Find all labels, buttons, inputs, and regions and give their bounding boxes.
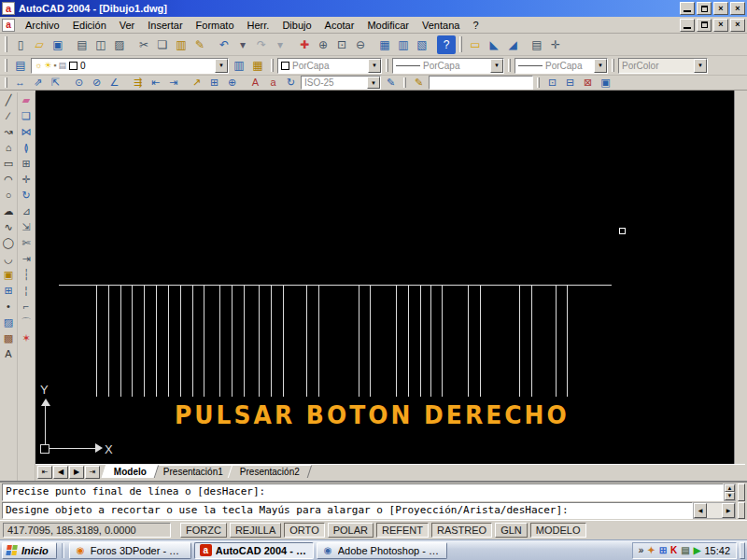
menu-modificar[interactable]: Modificar	[360, 18, 416, 33]
new-icon[interactable]: ▯	[11, 35, 30, 54]
mass-properties-icon[interactable]: ◢	[503, 35, 522, 54]
toolbar-grip[interactable]	[537, 77, 540, 87]
toolbar-grip[interactable]	[403, 77, 406, 87]
locate-point-icon[interactable]: ✛	[546, 35, 565, 54]
layer-lock-icon[interactable]: ▪	[53, 61, 56, 70]
fillet-icon[interactable]: ⌒	[18, 315, 35, 330]
command-window-grip[interactable]	[738, 483, 745, 501]
layer-plot-icon[interactable]: ▤	[59, 61, 67, 70]
polyline-icon[interactable]: ↝	[0, 124, 17, 140]
redo-icon[interactable]: ↷	[252, 35, 271, 54]
tab-nav-button-2[interactable]: ▶	[69, 466, 84, 479]
tray-printer-icon[interactable]: ▤	[681, 546, 689, 555]
polygon-icon[interactable]: ⌂	[0, 140, 17, 156]
command-window-grip[interactable]	[738, 502, 745, 520]
zoom-window-icon[interactable]: ⊡	[332, 35, 351, 54]
toggle-rastreo[interactable]: RASTREO	[431, 523, 492, 538]
scroll-up-icon[interactable]: ▲	[725, 484, 735, 492]
toolbar-grip[interactable]	[612, 59, 614, 72]
dropdown-arrow-icon[interactable]: ▼	[215, 59, 228, 73]
break-point-icon[interactable]: ┆	[18, 267, 35, 283]
zoom-realtime-icon[interactable]: ⊕	[314, 35, 332, 54]
color-combo[interactable]: PorCapa ▼	[277, 58, 382, 74]
command-history[interactable]: Precise punto final de línea o [desHacer…	[2, 483, 724, 501]
tab-presentación1[interactable]: Presentación1	[151, 465, 235, 478]
undo-dropdown-icon[interactable]: ▾	[233, 35, 252, 54]
layer-manager-icon[interactable]: ▤	[11, 56, 30, 75]
dim-diameter-icon[interactable]: ⊘	[88, 76, 106, 90]
doc-restore-button[interactable]	[697, 19, 712, 32]
minimize-button[interactable]	[680, 2, 695, 15]
pan-realtime-icon[interactable]: ✚	[295, 35, 314, 54]
document-icon[interactable]: a	[2, 19, 15, 32]
dim-continue-icon[interactable]: ⇥	[164, 76, 182, 90]
paste-icon[interactable]: ▥	[172, 35, 190, 54]
autocad-app-icon[interactable]: a	[2, 2, 15, 15]
clock[interactable]: 15:42	[704, 545, 730, 556]
construction-line-icon[interactable]: ∕	[0, 108, 17, 124]
task-button[interactable]: ◉Adobe Photoshop - [Sin t...	[317, 542, 447, 559]
view-control-icon-3[interactable]: ⊠	[579, 76, 597, 90]
view-control-icon-4[interactable]: ▣	[597, 76, 614, 90]
insert-block-icon[interactable]: ▣	[0, 267, 17, 283]
toggle-modelo[interactable]: MODELO	[530, 523, 586, 538]
region-icon[interactable]: ▩	[0, 330, 17, 346]
dim-style-icon[interactable]: ✎	[382, 76, 400, 90]
toggle-polar[interactable]: POLAR	[328, 523, 374, 538]
menu-formato[interactable]: Formato	[190, 18, 241, 33]
designcenter-icon[interactable]: ▥	[394, 35, 413, 54]
spline-icon[interactable]: ∿	[0, 219, 17, 235]
dim-leader-icon[interactable]: ↗	[188, 76, 205, 90]
properties-icon[interactable]: ▦	[375, 35, 394, 54]
text-icon[interactable]: A	[0, 346, 17, 362]
command-input[interactable]: Designe objeto a recortar o use la tecla…	[2, 502, 693, 520]
area-icon[interactable]: ◣	[485, 35, 503, 54]
tab-presentación2[interactable]: Presentación2	[228, 465, 312, 478]
scroll-down-icon[interactable]: ▼	[725, 492, 735, 499]
toolbar-textbox[interactable]	[429, 76, 533, 90]
mirror-icon[interactable]: ⋈	[18, 124, 35, 140]
toolbar-grip[interactable]	[508, 59, 511, 72]
point-icon[interactable]: •	[0, 299, 17, 315]
menu-acotar[interactable]: Acotar	[318, 18, 361, 33]
scroll-right-icon[interactable]: ▶	[722, 503, 735, 519]
coordinates-display[interactable]: 417.7095, 185.3189, 0.0000	[3, 523, 171, 538]
dim-tolerance-icon[interactable]: ⊞	[205, 76, 223, 90]
hatch-icon[interactable]: ▨	[0, 315, 17, 330]
tab-nav-button-0[interactable]: ⇤	[37, 466, 52, 479]
toggle-rejilla[interactable]: REJILLA	[230, 523, 281, 538]
layer-combo[interactable]: ☼☀▪▤ 0 ▼	[31, 58, 229, 74]
erase-icon[interactable]: ▰	[18, 92, 35, 108]
layer-freeze-icon[interactable]: ☀	[44, 61, 51, 70]
help-icon[interactable]: ?	[437, 35, 456, 54]
command-scrollbar[interactable]: ▲ ▼	[724, 483, 736, 501]
toggle-forzc[interactable]: FORZC	[180, 523, 227, 538]
move-icon[interactable]: ✛	[18, 172, 35, 188]
dropdown-arrow-icon[interactable]: ▼	[368, 59, 381, 73]
dim-ordinate-icon[interactable]: ⇱	[47, 76, 64, 90]
toolbar-grip[interactable]	[271, 59, 274, 72]
tray-chevron-icon[interactable]: »	[639, 546, 644, 555]
linetype-combo[interactable]: PorCapa ▼	[392, 58, 504, 74]
dropdown-arrow-icon[interactable]: ▼	[367, 77, 380, 89]
zoom-previous-icon[interactable]: ⊖	[351, 35, 370, 54]
arc-icon[interactable]: ◠	[0, 172, 17, 188]
doc-close-button-edge[interactable]: ×	[730, 19, 745, 32]
make-block-icon[interactable]: ⊞	[0, 283, 17, 299]
tray-hand-icon[interactable]: ✦	[647, 546, 655, 555]
save-icon[interactable]: ▣	[49, 35, 67, 54]
match-properties-icon[interactable]: ✎	[190, 35, 209, 54]
dim-baseline-icon[interactable]: ⇤	[147, 76, 164, 90]
doc-minimize-button[interactable]	[680, 19, 695, 32]
copy-icon[interactable]: ❏	[18, 108, 35, 124]
layer-on-icon[interactable]: ☼	[35, 61, 42, 70]
rectangle-icon[interactable]: ▭	[0, 156, 17, 172]
stretch-icon[interactable]: ⇲	[18, 219, 35, 235]
open-icon[interactable]: ▱	[30, 35, 49, 54]
toggle-orto[interactable]: ORTO	[284, 523, 324, 538]
list-icon[interactable]: ▤	[528, 35, 546, 54]
tab-nav-button-1[interactable]: ◀	[53, 466, 68, 479]
circle-icon[interactable]: ○	[0, 188, 17, 203]
offset-icon[interactable]: ≬	[18, 140, 35, 156]
plot-icon[interactable]: ▤	[73, 35, 92, 54]
